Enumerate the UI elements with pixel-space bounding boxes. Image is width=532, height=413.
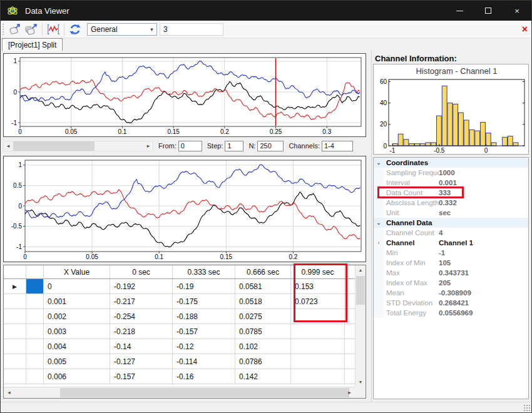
property-row-index-of-min[interactable]: Index of Min105 (374, 258, 528, 268)
property-row-sampling-frequen[interactable]: Sampling Frequen1000 (374, 168, 528, 178)
row-select-cell[interactable] (26, 369, 44, 384)
table-cell[interactable]: 0.0785 (235, 324, 291, 339)
row-select-cell[interactable] (26, 309, 44, 324)
minimize-button[interactable] (445, 1, 474, 21)
table-cell[interactable]: 0.0786 (235, 354, 291, 369)
table-hscrollbar[interactable]: ◂ ▸ (4, 387, 355, 398)
extract-channel-button[interactable] (7, 22, 23, 37)
extract-all-channels-button[interactable] (23, 22, 39, 37)
table-cell[interactable]: -0.218 (110, 324, 173, 339)
property-row-index-of-max[interactable]: Index of Max205 (374, 278, 528, 288)
preset-dropdown[interactable]: General ▾ (87, 23, 157, 36)
refresh-button[interactable] (67, 22, 83, 37)
table-header-cell[interactable]: 0.999 sec (291, 265, 345, 278)
property-row-data-count[interactable]: Data Count333 (374, 188, 528, 198)
from-input[interactable] (178, 141, 202, 151)
table-header-cell[interactable] (26, 265, 44, 278)
chevron-right-icon[interactable]: › (374, 238, 384, 248)
scroll-left-icon[interactable]: ◂ (4, 141, 13, 151)
table-cell[interactable]: -0.188 (173, 309, 235, 324)
scrollbar-thumb[interactable] (356, 276, 365, 305)
table-vscrollbar[interactable]: ▴ ▾ (355, 265, 366, 387)
property-row-max[interactable]: Max0.343731 (374, 268, 528, 278)
table-cell[interactable]: -0.14 (110, 339, 173, 354)
table-cell[interactable] (291, 339, 345, 354)
table-cell[interactable]: 0.003 (44, 324, 110, 339)
table-cell[interactable]: 0.006 (44, 369, 110, 384)
property-row-channel-count[interactable]: Channel Count4 (374, 228, 528, 238)
table-header-cell[interactable]: X Value (44, 265, 110, 278)
close-button[interactable]: × (503, 1, 531, 21)
table-header-cell[interactable]: 0 sec (110, 265, 173, 278)
toolbar-grip-handle[interactable] (3, 24, 4, 35)
scrollbar-thumb[interactable] (60, 388, 349, 397)
signal-plot-zoom[interactable]: 00.050.10.150.210.50-0.5-1 (3, 156, 366, 262)
signal-view-button[interactable] (45, 22, 61, 37)
row-marker-cell[interactable] (4, 309, 26, 324)
table-cell[interactable]: 0.005 (44, 354, 110, 369)
channels-input[interactable] (322, 141, 353, 151)
scrollbar-thumb[interactable] (13, 141, 95, 151)
table-cell[interactable]: -0.127 (110, 354, 173, 369)
table-cell[interactable]: 0.0518 (235, 294, 291, 308)
table-header-cell[interactable]: 0.333 sec (173, 265, 235, 278)
row-marker-cell[interactable] (4, 294, 26, 308)
table-cell[interactable]: 0.002 (44, 309, 110, 324)
plot-hscrollbar[interactable]: ◂ ▸ (3, 141, 153, 151)
table-cell[interactable] (291, 309, 345, 324)
table-header-cell[interactable] (4, 265, 26, 278)
row-select-cell[interactable] (26, 294, 44, 308)
count-input[interactable] (160, 23, 223, 36)
maximize-button[interactable] (474, 1, 503, 21)
table-cell[interactable]: 0.0581 (235, 279, 291, 293)
table-cell[interactable] (291, 369, 345, 384)
scroll-left-icon[interactable]: ◂ (4, 388, 14, 397)
property-row-unit[interactable]: Unitsec (374, 208, 528, 218)
property-row-total-energy[interactable]: Total Energy0.0556969 (374, 308, 528, 318)
step-input[interactable] (225, 141, 243, 151)
scroll-right-icon[interactable]: ▸ (345, 388, 354, 397)
property-row-channel-data[interactable]: ⌄Channel Data (374, 218, 528, 228)
property-row-interval[interactable]: Interval0.001 (374, 178, 528, 188)
table-cell[interactable]: -0.157 (173, 324, 235, 339)
property-row-coordinates[interactable]: ⌄Coordinates (374, 158, 528, 168)
scroll-right-icon[interactable]: ▸ (144, 141, 153, 151)
table-cell[interactable] (291, 354, 345, 369)
tab-project1-split[interactable]: [Project1] Split (2, 38, 63, 51)
table-cell[interactable]: -0.157 (110, 369, 173, 384)
table-cell[interactable]: 0.001 (44, 294, 110, 308)
row-marker-cell[interactable] (4, 369, 26, 384)
panel-close-icon[interactable]: × (522, 25, 528, 34)
table-cell[interactable]: -0.192 (110, 279, 173, 293)
row-select-cell[interactable] (26, 354, 44, 369)
scroll-up-icon[interactable]: ▴ (356, 265, 366, 275)
table-cell[interactable]: -0.12 (173, 339, 235, 354)
chevron-down-icon[interactable]: ⌄ (374, 218, 384, 228)
table-cell[interactable]: 0.142 (235, 369, 291, 384)
n-input[interactable] (257, 141, 284, 151)
table-header-cell[interactable]: 0.666 sec (235, 265, 291, 278)
table-cell[interactable]: -0.175 (173, 294, 235, 308)
chevron-down-icon[interactable]: ⌄ (374, 158, 384, 168)
table-cell[interactable]: -0.114 (173, 354, 235, 369)
row-select-cell[interactable] (26, 324, 44, 339)
table-cell[interactable]: 0.004 (44, 339, 110, 354)
table-cell[interactable]: 0.0723 (291, 294, 345, 308)
row-marker-cell[interactable] (4, 324, 26, 339)
row-marker-cell[interactable]: ▶ (4, 279, 26, 293)
row-marker-cell[interactable] (4, 339, 26, 354)
row-select-cell[interactable] (26, 339, 44, 354)
scroll-down-icon[interactable]: ▾ (356, 377, 366, 387)
table-cell[interactable]: -0.16 (173, 369, 235, 384)
table-cell[interactable]: 0.0275 (235, 309, 291, 324)
table-cell[interactable]: -0.19 (173, 279, 235, 293)
table-cell[interactable]: -0.254 (110, 309, 173, 324)
property-row-mean[interactable]: Mean-0.308909 (374, 288, 528, 298)
property-row-abscissa-length[interactable]: Abscissa Length0.332 (374, 198, 528, 208)
table-cell[interactable]: 0.102 (235, 339, 291, 354)
signal-plot-full[interactable]: 00.050.10.150.20.250.310-1 (3, 53, 366, 137)
table-cell[interactable]: -0.217 (110, 294, 173, 308)
property-row-channel[interactable]: ›ChannelChannel 1 (374, 238, 528, 248)
property-row-min[interactable]: Min-1 (374, 248, 528, 258)
selected-cell[interactable] (26, 279, 44, 293)
